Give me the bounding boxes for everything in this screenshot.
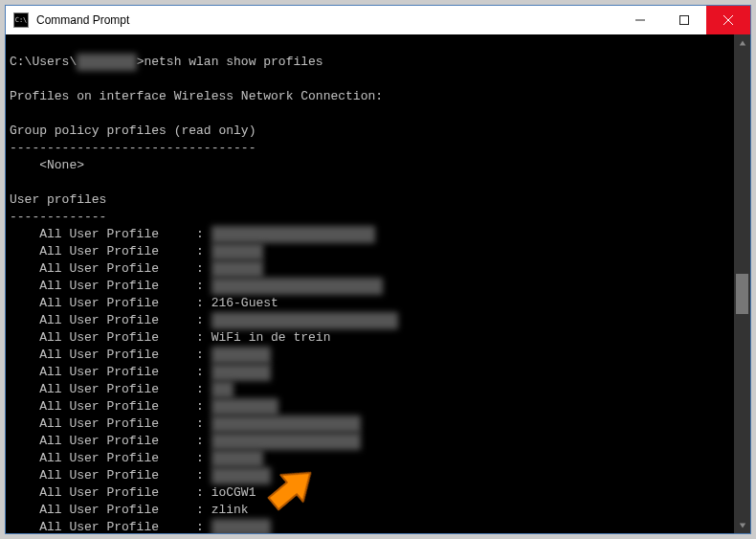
svg-rect-1 <box>680 16 689 25</box>
window-title: Command Prompt <box>36 13 618 27</box>
profile-row: All User Profile : XXXXXXXXXXXXXXXXXXXX … <box>10 312 730 329</box>
profile-row: All User Profile : XXX XXXXX <box>10 398 730 415</box>
profile-row: All User Profile : WiFi in de trein <box>10 329 730 347</box>
profile-row: All User Profile : ioCGW1 <box>10 484 730 502</box>
profile-row: All User Profile : XXXXXXXX <box>10 519 730 533</box>
scroll-down-button[interactable] <box>734 517 750 533</box>
profile-row: All User Profile : XXXXXXXXXXXXXXXXXXXX <box>10 415 730 433</box>
command-prompt-window: C:\ Command Prompt C:\Users\XXXXXXXX>net… <box>5 5 751 534</box>
minimize-button[interactable] <box>618 6 662 34</box>
maximize-button[interactable] <box>662 6 706 34</box>
profile-row: All User Profile : XXXXXXXXXXXXXXXXXXXX <box>10 433 730 450</box>
profile-row: All User Profile : XXXXXXX <box>10 260 730 278</box>
profile-row: All User Profile : zlink <box>10 502 730 519</box>
svg-marker-4 <box>739 40 745 45</box>
profile-row: All User Profile : XXXXXXX <box>10 450 730 467</box>
profile-row: All User Profile : XXXXXXXX <box>10 347 730 364</box>
profile-row: All User Profile : 216-Guest <box>10 295 730 312</box>
window-controls <box>618 6 750 34</box>
profile-row: All User Profile : XXX <box>10 381 730 398</box>
console-output[interactable]: C:\Users\XXXXXXXX>netsh wlan show profil… <box>6 34 734 533</box>
cmd-icon: C:\ <box>13 12 29 28</box>
profile-row: All User Profile : XX XXXX <box>10 243 730 260</box>
scroll-up-button[interactable] <box>734 34 750 51</box>
console-area: C:\Users\XXXXXXXX>netsh wlan show profil… <box>6 34 750 533</box>
scroll-thumb[interactable] <box>736 274 748 314</box>
profile-row: All User Profile : XXXXXXXXXXXXXX XXXXXX… <box>10 278 730 295</box>
titlebar[interactable]: C:\ Command Prompt <box>6 6 750 34</box>
vertical-scrollbar[interactable] <box>734 34 750 533</box>
profile-row: All User Profile : XXXXXXXX <box>10 364 730 381</box>
profile-row: All User Profile : XXXXXXXX <box>10 467 730 484</box>
profile-row: All User Profile : XXXXXXXXXXXXXX XXXXXX… <box>10 226 730 243</box>
svg-marker-5 <box>739 523 745 528</box>
close-button[interactable] <box>706 6 750 34</box>
